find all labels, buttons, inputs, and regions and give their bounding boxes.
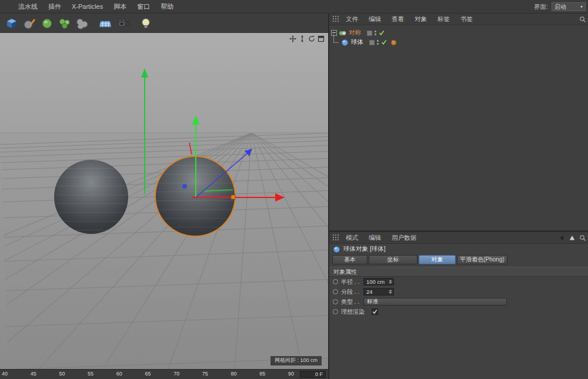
camera-button[interactable] [115, 15, 131, 31]
rotate-icon[interactable] [308, 35, 315, 42]
sculpt-tool-button[interactable] [21, 15, 37, 31]
collapse-icon[interactable] [331, 30, 337, 36]
segments-input[interactable]: 24 [363, 288, 394, 296]
tick: 85 [259, 371, 265, 377]
tree-connector [332, 38, 339, 47]
plane-primitive-button[interactable] [97, 15, 113, 31]
om-menu-bookmarks[interactable]: 书签 [455, 15, 478, 24]
property-row-segments: 分段 . . 24 [329, 287, 588, 297]
object-manager: 文件 编辑 查看 对象 标签 书签 对称 [329, 14, 588, 230]
section-object-properties[interactable]: 对象属性 [329, 267, 588, 277]
cube-icon [5, 17, 18, 30]
object-label[interactable]: 对称 [349, 29, 361, 37]
layout-selector[interactable]: 启动 ▾ [552, 2, 586, 11]
green-sphere-icon [41, 17, 54, 30]
cluster-icon [58, 17, 71, 30]
om-menu-tags[interactable]: 标签 [432, 15, 455, 24]
tick: 70 [173, 371, 179, 377]
metaball-generator-button[interactable] [74, 15, 90, 31]
phong-tag-icon[interactable] [390, 39, 397, 46]
tab-phong[interactable]: 平滑着色(Phong) [457, 255, 507, 264]
toolbar-separator [92, 15, 95, 31]
attribute-menubar: 模式 编辑 用户数据 [329, 232, 588, 244]
viewport-nav-controls [289, 35, 325, 42]
type-dropdown[interactable]: 标准 [363, 298, 507, 306]
menu-script[interactable]: 脚本 [108, 2, 132, 11]
keyframe-circle-icon[interactable] [333, 299, 338, 304]
cluster-generator-button[interactable] [56, 15, 72, 31]
spinner-icon[interactable] [389, 280, 392, 284]
plane-icon [99, 17, 112, 30]
object-toggles [369, 39, 397, 46]
search-icon[interactable] [579, 16, 586, 23]
tick: 45 [31, 371, 36, 377]
menu-xparticles[interactable]: X-Particles [66, 3, 108, 10]
am-menu-edit[interactable]: 编辑 [363, 234, 386, 242]
enable-check-icon[interactable] [381, 39, 387, 45]
om-menu-object[interactable]: 对象 [409, 15, 432, 24]
tick: 65 [145, 371, 151, 377]
spinner-icon[interactable] [389, 290, 392, 294]
property-label: 分段 . . [341, 288, 363, 296]
keyframe-circle-icon[interactable] [333, 309, 338, 314]
sphere-object[interactable] [54, 160, 128, 234]
menu-plugins[interactable]: 插件 [43, 2, 66, 11]
visibility-dots[interactable] [377, 40, 379, 45]
object-label[interactable]: 球体 [351, 38, 363, 46]
cube-primitive-button[interactable] [4, 15, 19, 31]
am-menu-userdata[interactable]: 用户数据 [386, 234, 422, 242]
current-frame-field[interactable]: 0 F [300, 371, 326, 378]
interface-label: 界面: [534, 3, 548, 11]
enable-check-icon[interactable] [379, 30, 385, 36]
tab-coordinates[interactable]: 坐标 [369, 255, 417, 264]
symmetry-object-icon [339, 29, 346, 37]
am-menu-mode[interactable]: 模式 [340, 234, 363, 242]
tab-basic[interactable]: 基本 [332, 255, 368, 264]
panel-grip-icon[interactable] [333, 234, 339, 241]
om-menu-view[interactable]: 查看 [386, 15, 409, 24]
maximize-icon[interactable] [318, 35, 325, 42]
object-tree: 对称 球体 [329, 25, 588, 58]
tick: 90 [288, 371, 294, 377]
keyframe-circle-icon[interactable] [333, 279, 338, 284]
layer-chip[interactable] [369, 40, 375, 45]
timeline-ticks: 40 45 50 55 60 65 70 75 80 85 90 [2, 371, 294, 377]
sphere-generator-button[interactable] [39, 15, 55, 31]
radius-input[interactable]: 100 cm [363, 278, 394, 286]
keyframe-circle-icon[interactable] [333, 289, 338, 294]
toolbar-separator [132, 15, 136, 31]
history-back-icon[interactable] [558, 234, 565, 242]
object-title-text: 球体对象 [球体] [343, 245, 386, 253]
up-arrow-icon[interactable] [569, 234, 576, 242]
grid-spacing-label: 网格间距 : 100 cm [270, 355, 322, 366]
dolly-icon[interactable] [299, 35, 306, 42]
om-menu-file[interactable]: 文件 [340, 15, 363, 24]
light-button[interactable] [138, 15, 153, 31]
object-toggles [367, 30, 385, 36]
sculpt-pen-icon [23, 17, 36, 30]
tree-row-symmetry[interactable]: 对称 [329, 28, 385, 38]
check-icon [372, 309, 377, 314]
attribute-tabs: 基本 坐标 对象 平滑着色(Phong) [329, 255, 588, 264]
tick: 50 [59, 371, 65, 377]
pan-icon[interactable] [289, 35, 296, 42]
panel-grip-icon[interactable] [333, 16, 339, 22]
tick: 80 [231, 371, 237, 377]
3d-viewport[interactable]: 网格间距 : 100 cm [0, 33, 328, 369]
sphere-object-selected[interactable] [156, 157, 235, 236]
tick: 75 [202, 371, 208, 377]
property-row-radius: 半径 . . 100 cm [329, 277, 588, 287]
menu-pipeline[interactable]: 流水线 [13, 2, 43, 11]
om-menu-edit[interactable]: 编辑 [363, 15, 386, 24]
layer-chip[interactable] [367, 31, 372, 36]
render-perfect-checkbox[interactable] [372, 308, 378, 315]
sphere-object-icon [341, 39, 349, 46]
tree-row-sphere[interactable]: 球体 [329, 38, 397, 47]
menu-help[interactable]: 帮助 [155, 2, 179, 11]
attribute-manager: 模式 编辑 用户数据 球体对象 [球体] 基本 坐标 [329, 232, 588, 379]
search-icon[interactable] [579, 234, 586, 242]
timeline-ruler[interactable]: 40 45 50 55 60 65 70 75 80 85 90 0 F [0, 369, 328, 379]
tab-object[interactable]: 对象 [419, 255, 456, 264]
visibility-dots[interactable] [375, 31, 376, 35]
menu-window[interactable]: 窗口 [132, 2, 155, 11]
